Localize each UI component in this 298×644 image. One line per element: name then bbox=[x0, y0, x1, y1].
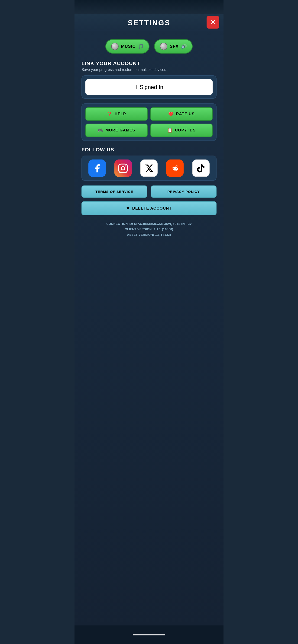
home-indicator bbox=[133, 634, 165, 636]
version-info: CONNECTION ID: 6kAC4mSoHJ6wM1O5VQZuTS4hR… bbox=[82, 221, 216, 238]
delete-icon: ✖ bbox=[126, 206, 130, 211]
follow-us-section: FOLLOW US bbox=[82, 147, 216, 181]
help-icon: ❓ bbox=[107, 112, 112, 116]
instagram-button[interactable] bbox=[114, 160, 132, 177]
reddit-button[interactable] bbox=[166, 160, 184, 177]
audio-toggles: MUSIC 🎵 SFX 🔊 bbox=[82, 39, 216, 54]
client-version: CLIENT VERSION: 1.1.1 (10860) bbox=[82, 226, 216, 232]
delete-account-button[interactable]: ✖ DELETE ACCOUNT bbox=[82, 201, 216, 215]
follow-us-card bbox=[82, 156, 216, 181]
settings-header: SETTINGS ✕ bbox=[75, 14, 223, 31]
page-title: SETTINGS bbox=[128, 18, 170, 27]
heart-icon: ❤️ bbox=[168, 112, 174, 116]
help-button[interactable]: ❓ HELP bbox=[85, 107, 148, 121]
delete-account-label: DELETE ACCOUNT bbox=[132, 206, 171, 211]
sfx-label: SFX bbox=[170, 44, 178, 49]
copy-icon: 📋 bbox=[167, 128, 173, 133]
svg-point-4 bbox=[173, 168, 174, 169]
rate-us-button[interactable]: ❤️ RATE US bbox=[150, 107, 213, 121]
gamepad-icon: 🎮 bbox=[98, 128, 103, 133]
x-twitter-button[interactable] bbox=[140, 160, 158, 177]
link-account-title: LINK YOUR ACCOUNT bbox=[82, 60, 216, 66]
facebook-button[interactable] bbox=[88, 160, 106, 177]
signed-in-label: Signed In bbox=[140, 84, 163, 90]
settings-content: MUSIC 🎵 SFX 🔊 LINK YOUR ACCOUNT Save you… bbox=[75, 31, 223, 634]
close-button[interactable]: ✕ bbox=[207, 16, 219, 29]
sfx-toggle-ball bbox=[160, 43, 167, 50]
svg-point-2 bbox=[125, 165, 126, 166]
rate-us-label: RATE US bbox=[176, 112, 194, 116]
help-label: HELP bbox=[115, 112, 126, 116]
svg-rect-0 bbox=[119, 164, 127, 172]
bottom-nav bbox=[75, 626, 223, 644]
actions-grid: ❓ HELP ❤️ RATE US 🎮 MORE GAMES 📋 COPY ID… bbox=[85, 107, 213, 137]
svg-point-5 bbox=[176, 168, 177, 169]
tiktok-button[interactable] bbox=[192, 160, 210, 177]
privacy-policy-button[interactable]: PRIVACY POLICY bbox=[151, 186, 217, 198]
apple-icon:  bbox=[135, 84, 137, 91]
more-games-button[interactable]: 🎮 MORE GAMES bbox=[85, 124, 148, 137]
svg-point-1 bbox=[121, 166, 125, 170]
music-label: MUSIC bbox=[121, 44, 136, 49]
music-toggle-ball bbox=[111, 43, 119, 50]
link-account-card:  Signed In bbox=[82, 75, 216, 99]
connection-id: CONNECTION ID: 6kAC4mSoHJ6wM1O5VQZuTS4hR… bbox=[82, 221, 216, 226]
copy-ids-button[interactable]: 📋 COPY IDS bbox=[150, 124, 213, 137]
music-icon: 🎵 bbox=[138, 44, 144, 49]
copy-ids-label: COPY IDS bbox=[175, 128, 196, 132]
link-account-subtitle: Save your progress and restore on multip… bbox=[82, 68, 216, 72]
actions-card: ❓ HELP ❤️ RATE US 🎮 MORE GAMES 📋 COPY ID… bbox=[82, 104, 216, 141]
more-games-label: MORE GAMES bbox=[105, 128, 135, 132]
music-toggle[interactable]: MUSIC 🎵 bbox=[105, 39, 149, 54]
signed-in-button[interactable]:  Signed In bbox=[85, 79, 213, 95]
terms-of-service-button[interactable]: TERMS OF SERVICE bbox=[82, 186, 147, 198]
link-account-section: LINK YOUR ACCOUNT Save your progress and… bbox=[82, 60, 216, 99]
sfx-toggle[interactable]: SFX 🔊 bbox=[154, 39, 192, 54]
asset-version: ASSET VERSION: 1.1.1 (133) bbox=[82, 232, 216, 238]
legal-row: TERMS OF SERVICE PRIVACY POLICY bbox=[82, 186, 216, 198]
sfx-icon: 🔊 bbox=[181, 44, 187, 49]
follow-us-title: FOLLOW US bbox=[82, 147, 216, 153]
